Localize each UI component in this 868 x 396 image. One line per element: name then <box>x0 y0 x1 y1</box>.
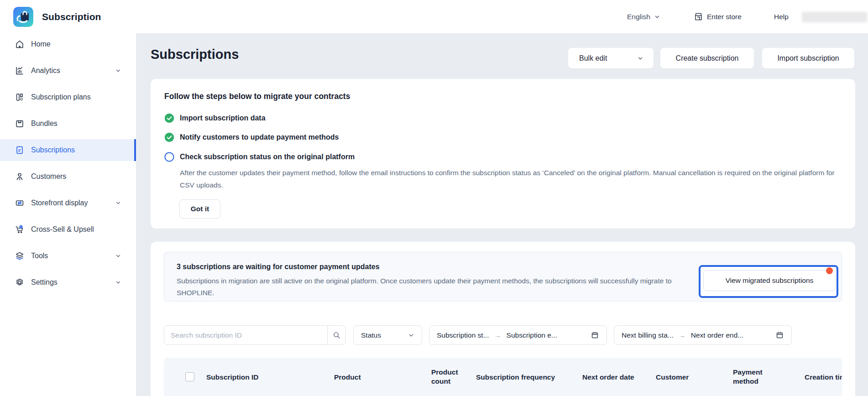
range-start-label: Subscription st... <box>437 331 489 339</box>
column-header-product: Product <box>334 373 361 382</box>
sidebar-item-bundles[interactable]: Bundles <box>0 113 136 135</box>
status-filter-dropdown[interactable]: Status <box>353 325 422 345</box>
storefront-display-icon <box>15 198 25 208</box>
subscriptions-icon <box>15 145 25 155</box>
chevron-down-icon <box>637 55 643 62</box>
pending-circle-icon <box>164 152 174 162</box>
sidebar-item-label: Home <box>31 40 51 48</box>
migration-notice-panel: 3 subscriptions are waiting for customer… <box>164 252 842 302</box>
sidebar-item-cross-sell-upsell[interactable]: Cross-Sell & Upsell <box>0 219 136 240</box>
range-end-label: Subscription e... <box>507 331 557 339</box>
next-order-date-range-filter[interactable]: Next billing sta... → Next order end... <box>614 325 792 345</box>
subscription-date-range-filter[interactable]: Subscription st... → Subscription e... <box>429 325 607 345</box>
chevron-down-icon <box>654 14 660 20</box>
table-header: Subscription ID Product Product count Su… <box>164 358 842 396</box>
search-button[interactable] <box>327 326 345 344</box>
column-header-creation-time: Creation time <box>805 373 842 382</box>
language-selector[interactable]: English <box>627 0 660 33</box>
chevron-down-icon <box>408 332 414 339</box>
column-header-next-order-date: Next order date <box>582 373 634 382</box>
arrow-right-icon: → <box>679 332 685 339</box>
top-bar: Subscription English Enter store Help <box>0 0 868 33</box>
sidebar-item-tools[interactable]: Tools <box>0 245 136 267</box>
sidebar-item-label: Subscriptions <box>31 146 75 154</box>
migration-step-description: After the customer updates their payment… <box>180 167 839 191</box>
migration-step: Import subscription data <box>164 113 266 123</box>
column-header-subscription-id: Subscription ID <box>206 373 259 382</box>
sidebar-item-label: Settings <box>31 278 58 287</box>
sidebar-item-home[interactable]: Home <box>0 33 136 55</box>
migration-step-label: Check subscription status on the origina… <box>180 153 355 161</box>
import-subscription-button[interactable]: Import subscription <box>762 48 854 68</box>
column-header-customer: Customer <box>656 373 689 382</box>
store-name-redacted[interactable] <box>802 12 867 22</box>
gear-icon <box>15 277 25 287</box>
sidebar-item-label: Cross-Sell & Upsell <box>31 225 94 234</box>
search-input[interactable] <box>164 326 319 344</box>
storefront-icon <box>694 12 703 21</box>
sidebar-item-label: Storefront display <box>31 199 88 207</box>
enter-store-button[interactable]: Enter store <box>694 0 742 33</box>
sidebar-item-label: Bundles <box>31 120 58 128</box>
sidebar-item-settings[interactable]: Settings <box>0 271 136 293</box>
sidebar-item-subscription-plans[interactable]: Subscription plans <box>0 86 136 108</box>
enter-store-label: Enter store <box>707 13 742 21</box>
help-button[interactable]: Help <box>774 0 789 33</box>
sidebar-item-label: Customers <box>31 172 66 181</box>
migration-step-label: Notify customers to update payment metho… <box>180 133 339 141</box>
column-header-payment-method: Payment method <box>733 368 769 386</box>
migration-step-label: Import subscription data <box>180 114 266 122</box>
bulk-edit-button[interactable]: Bulk edit <box>568 48 654 68</box>
check-circle-icon <box>164 113 174 123</box>
notice-body: Subscriptions in migration are still act… <box>177 275 695 299</box>
chevron-down-icon <box>115 200 121 206</box>
got-it-button[interactable]: Got it <box>179 199 220 219</box>
migration-step: Notify customers to update payment metho… <box>164 132 339 142</box>
sidebar-item-label: Subscription plans <box>31 93 91 101</box>
create-subscription-button[interactable]: Create subscription <box>660 48 754 68</box>
migration-card-title: Follow the steps below to migrate your c… <box>164 92 350 101</box>
range-start-label: Next billing sta... <box>622 331 674 339</box>
search-box <box>164 325 346 345</box>
arrow-right-icon: → <box>495 332 501 339</box>
bulk-edit-label: Bulk edit <box>579 54 607 63</box>
sidebar-item-customers[interactable]: Customers <box>0 166 136 188</box>
tools-icon <box>15 251 25 261</box>
status-filter-label: Status <box>361 331 381 339</box>
chevron-down-icon <box>115 68 121 74</box>
view-migrated-subscriptions-button[interactable]: View migrated subscriptions <box>703 270 836 291</box>
sidebar-item-storefront-display[interactable]: Storefront display <box>0 192 136 214</box>
check-circle-icon <box>164 132 174 142</box>
notice-title: 3 subscriptions are waiting for customer… <box>177 263 380 271</box>
analytics-icon <box>15 66 25 76</box>
migration-step: Check subscription status on the origina… <box>164 152 355 162</box>
sidebar-item-analytics[interactable]: Analytics <box>0 60 136 82</box>
search-icon <box>332 331 341 339</box>
main-content: Subscriptions Bulk edit Create subscript… <box>136 33 868 396</box>
subscription-list-card: 3 subscriptions are waiting for customer… <box>151 242 855 396</box>
select-all-checkbox[interactable] <box>185 372 194 381</box>
create-subscription-label: Create subscription <box>676 54 739 63</box>
range-end-label: Next order end... <box>691 331 743 339</box>
column-header-product-count: Product count <box>431 368 464 386</box>
column-header-subscription-frequency: Subscription frequency <box>476 373 555 382</box>
calendar-icon <box>775 331 784 339</box>
chevron-down-icon <box>115 279 121 286</box>
app-logo <box>13 7 33 27</box>
subscription-plans-icon <box>15 92 25 102</box>
language-label: English <box>627 13 650 21</box>
sidebar-item-label: Tools <box>31 252 48 260</box>
page-title: Subscriptions <box>151 47 239 62</box>
cross-sell-icon <box>15 224 25 234</box>
home-icon <box>15 39 25 49</box>
sidebar-item-subscriptions[interactable]: Subscriptions <box>0 139 136 161</box>
sidebar-item-label: Analytics <box>31 67 60 75</box>
help-label: Help <box>774 13 789 21</box>
sidebar: Home Analytics Subscription plans Bundle… <box>0 33 136 396</box>
bundles-icon <box>15 119 25 129</box>
notification-dot <box>826 267 833 274</box>
migration-steps-card: Follow the steps below to migrate your c… <box>151 79 855 229</box>
import-subscription-label: Import subscription <box>777 54 839 63</box>
highlight-ring: View migrated subscriptions <box>699 265 838 298</box>
chevron-down-icon <box>115 253 121 259</box>
